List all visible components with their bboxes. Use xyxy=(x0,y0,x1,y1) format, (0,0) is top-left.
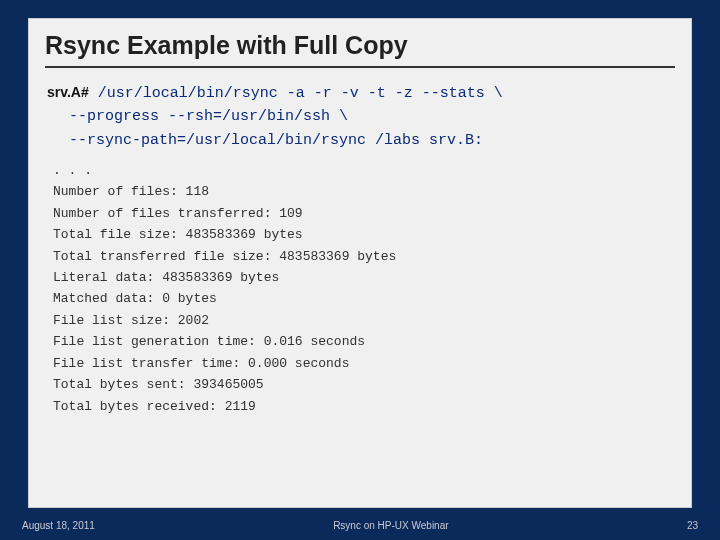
output-line: Total file size: 483583369 bytes xyxy=(53,224,673,245)
output-line: Number of files transferred: 109 xyxy=(53,203,673,224)
output-line: Total bytes received: 2119 xyxy=(53,396,673,417)
output-line: Matched data: 0 bytes xyxy=(53,288,673,309)
footer-date: August 18, 2011 xyxy=(22,520,95,531)
output-ellipsis: . . . xyxy=(53,160,673,181)
slide: Rsync Example with Full Copy srv.A# /usr… xyxy=(28,18,692,508)
command-line-3: --rsync-path=/usr/local/bin/rsync /labs … xyxy=(47,129,673,152)
shell-prompt: srv.A# xyxy=(47,84,89,100)
footer-page-number: 23 xyxy=(687,520,698,531)
footer-center: Rsync on HP-UX Webinar xyxy=(95,520,687,531)
command-block: srv.A# /usr/local/bin/rsync -a -r -v -t … xyxy=(47,82,673,152)
command-line-1: srv.A# /usr/local/bin/rsync -a -r -v -t … xyxy=(47,82,673,105)
command-output: . . . Number of files: 118 Number of fil… xyxy=(47,160,673,417)
slide-title: Rsync Example with Full Copy xyxy=(45,31,675,68)
output-line: File list transfer time: 0.000 seconds xyxy=(53,353,673,374)
output-line: Number of files: 118 xyxy=(53,181,673,202)
output-line: Total transferred file size: 483583369 b… xyxy=(53,246,673,267)
output-line: File list size: 2002 xyxy=(53,310,673,331)
output-line: Literal data: 483583369 bytes xyxy=(53,267,673,288)
slide-footer: August 18, 2011 Rsync on HP-UX Webinar 2… xyxy=(0,510,720,540)
output-line: File list generation time: 0.016 seconds xyxy=(53,331,673,352)
output-line: Total bytes sent: 393465005 xyxy=(53,374,673,395)
command-line-1-text: /usr/local/bin/rsync -a -r -v -t -z --st… xyxy=(89,85,503,102)
command-line-2: --progress --rsh=/usr/bin/ssh \ xyxy=(47,105,673,128)
slide-content: srv.A# /usr/local/bin/rsync -a -r -v -t … xyxy=(29,76,691,425)
title-bar: Rsync Example with Full Copy xyxy=(29,19,691,76)
